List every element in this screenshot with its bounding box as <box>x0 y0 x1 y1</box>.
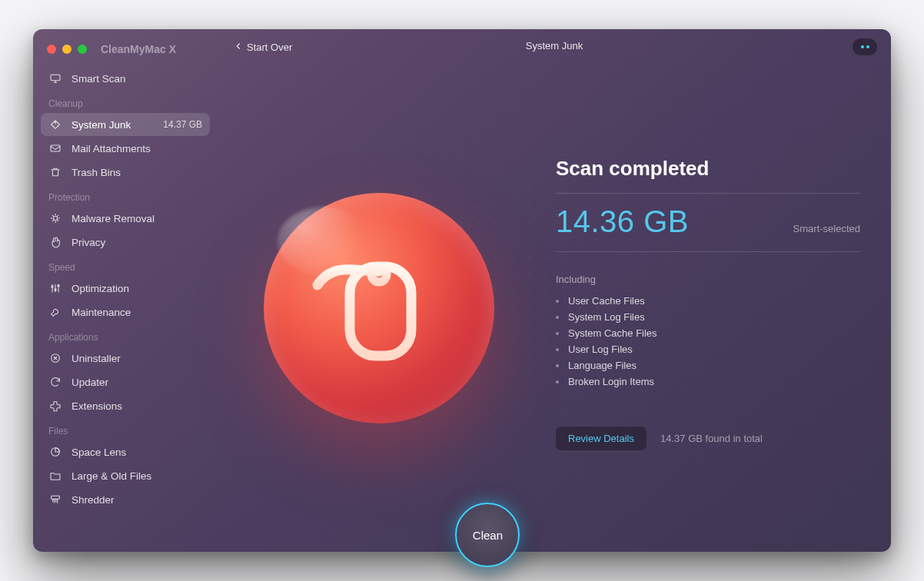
folder-icon <box>48 469 62 483</box>
list-item: User Cache Files <box>556 293 860 309</box>
app-title: CleanMyMac X <box>101 43 176 55</box>
list-item: Broken Login Items <box>556 374 860 390</box>
scan-complete-heading: Scan completed <box>556 157 860 181</box>
divider <box>556 251 860 252</box>
back-button[interactable]: Start Over <box>233 41 292 54</box>
sidebar-section-label: Cleanup <box>41 91 210 112</box>
lens-icon <box>48 445 62 459</box>
sidebar-item-label: Trash Bins <box>71 167 121 178</box>
system-junk-icon <box>264 193 494 423</box>
smart-selected-label: Smart-selected <box>793 223 860 234</box>
tag-icon <box>48 118 62 131</box>
sidebar-item-label: Large & Old Files <box>71 470 151 482</box>
sidebar-item-mail-attachments[interactable]: Mail Attachments <box>41 137 210 160</box>
svg-point-3 <box>53 216 57 220</box>
sidebar-item-trash-bins[interactable]: Trash Bins <box>41 161 210 184</box>
divider <box>556 193 860 194</box>
sidebar-item-optimization[interactable]: Optimization <box>41 277 210 300</box>
main-panel: Start Over System Junk <box>218 29 891 552</box>
app-window: CleanMyMac X Smart Scan Cleanup System J… <box>33 29 891 552</box>
scan-result-panel: Scan completed 14.36 GB Smart-selected I… <box>540 65 891 552</box>
sidebar-item-label: Uninstaller <box>71 353 121 364</box>
list-item: Language Files <box>556 357 860 374</box>
sidebar-item-label: Optimization <box>71 283 129 294</box>
wrench-icon <box>48 305 62 319</box>
chevron-left-icon <box>233 41 244 54</box>
sidebar: CleanMyMac X Smart Scan Cleanup System J… <box>33 29 218 552</box>
sidebar-item-updater[interactable]: Updater <box>41 370 210 393</box>
sidebar-item-extensions[interactable]: Extensions <box>41 394 210 417</box>
close-window-button[interactable] <box>47 45 56 54</box>
page-title: System Junk <box>526 40 583 51</box>
clean-button[interactable]: Clean <box>455 503 520 567</box>
envelope-icon <box>48 141 62 155</box>
virus-icon <box>48 211 62 225</box>
sidebar-item-shredder[interactable]: Shredder <box>41 488 210 511</box>
included-categories-list: User Cache Files System Log Files System… <box>556 293 860 390</box>
monitor-icon <box>48 71 62 85</box>
account-menu-button[interactable] <box>853 38 877 55</box>
minimize-window-button[interactable] <box>62 45 71 54</box>
sidebar-item-privacy[interactable]: Privacy <box>41 231 210 254</box>
sidebar-item-label: Shredder <box>71 494 115 506</box>
including-heading: Including <box>556 274 860 285</box>
back-label: Start Over <box>247 42 292 53</box>
svg-rect-0 <box>51 75 60 80</box>
sidebar-item-label: Malware Removal <box>71 213 155 224</box>
sidebar-item-badge: 14.37 GB <box>163 119 202 130</box>
trash-icon <box>48 165 62 179</box>
sidebar-section-label: Speed <box>41 254 210 276</box>
sidebar-section-label: Files <box>41 418 210 440</box>
sidebar-item-label: Extensions <box>71 400 122 412</box>
sidebar-item-label: System Junk <box>71 119 131 131</box>
sidebar-item-maintenance[interactable]: Maintenance <box>41 300 210 324</box>
sidebar-item-smart-scan[interactable]: Smart Scan <box>41 67 210 90</box>
sidebar-item-large-old-files[interactable]: Large & Old Files <box>41 464 210 487</box>
sidebar-section-label: Applications <box>41 324 210 346</box>
uninstall-icon <box>48 351 62 365</box>
list-item: System Cache Files <box>556 325 860 341</box>
shredder-icon <box>48 493 62 506</box>
sidebar-item-label: Maintenance <box>71 307 131 318</box>
sidebar-section-label: Protection <box>41 184 210 206</box>
refresh-icon <box>48 375 62 389</box>
content-area: Scan completed 14.36 GB Smart-selected I… <box>218 65 891 552</box>
list-item: User Log Files <box>556 341 860 357</box>
list-item: System Log Files <box>556 309 860 325</box>
window-controls: CleanMyMac X <box>41 40 210 66</box>
sidebar-item-label: Mail Attachments <box>71 143 151 154</box>
hand-icon <box>48 235 62 249</box>
clean-button-label: Clean <box>473 529 503 542</box>
sidebar-item-label: Space Lens <box>71 447 126 458</box>
found-total-label: 14.37 GB found in total <box>660 433 763 444</box>
hero-graphic <box>218 65 540 552</box>
sliders-icon <box>48 281 62 295</box>
svg-rect-2 <box>51 145 60 151</box>
sidebar-item-label: Smart Scan <box>71 73 126 85</box>
sidebar-item-space-lens[interactable]: Space Lens <box>41 440 210 463</box>
svg-point-1 <box>55 122 56 124</box>
sidebar-item-system-junk[interactable]: System Junk 14.37 GB <box>41 113 210 136</box>
review-details-button[interactable]: Review Details <box>556 427 646 450</box>
sidebar-item-malware-removal[interactable]: Malware Removal <box>41 207 210 230</box>
svg-rect-9 <box>52 496 60 499</box>
sidebar-item-label: Privacy <box>71 237 105 248</box>
selected-size-value: 14.36 GB <box>556 204 689 239</box>
sidebar-item-label: Updater <box>71 377 108 388</box>
maximize-window-button[interactable] <box>78 45 87 54</box>
sidebar-item-uninstaller[interactable]: Uninstaller <box>41 347 210 370</box>
puzzle-icon <box>48 399 62 413</box>
